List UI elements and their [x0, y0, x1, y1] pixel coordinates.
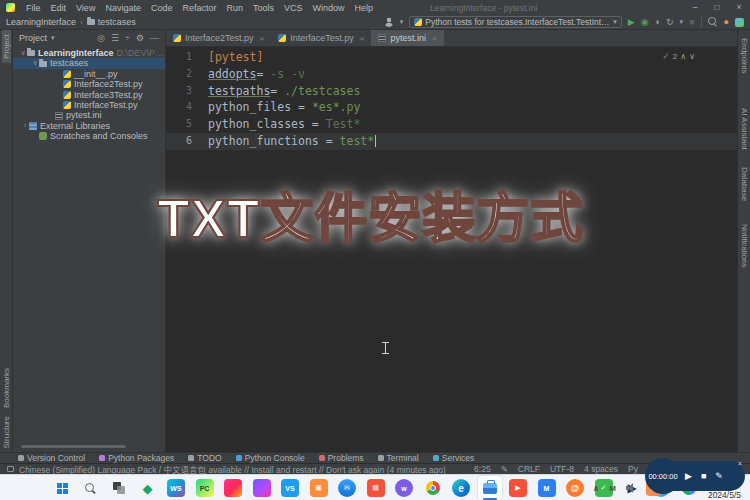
tree-item-interfacetest-py[interactable]: InterfaceTest.py	[13, 100, 165, 110]
task-view-icon[interactable]	[107, 476, 131, 500]
toolwindow-services[interactable]: Services	[433, 453, 475, 463]
jetbrains-red-icon[interactable]	[221, 476, 245, 500]
tree-item-interface3test-py[interactable]: Interface3Test.py	[13, 90, 165, 100]
toolwindow-python-packages[interactable]: Python Packages	[99, 453, 174, 463]
user-account-icon[interactable]	[384, 17, 394, 27]
chrome-icon[interactable]	[421, 476, 445, 500]
tool-stripe-notifications[interactable]: Notifications	[740, 220, 749, 272]
hide-panel-icon[interactable]: —	[150, 33, 159, 43]
locate-icon[interactable]: ◎	[97, 33, 105, 43]
tab-interfacetest-py[interactable]: InterfaceTest.py×	[271, 30, 371, 46]
toolwindow-version-control[interactable]: Version Control	[18, 453, 85, 463]
settings-gradient-icon[interactable]	[735, 18, 744, 27]
tool-stripe-ai-assistant[interactable]: AI Assistant	[740, 104, 749, 154]
run-configuration-select[interactable]: Python tests for testcases.InterfaceTest…	[409, 16, 622, 28]
interpreter[interactable]: Py	[628, 464, 638, 474]
tab-close-icon[interactable]: ×	[260, 34, 265, 43]
coverage-button[interactable]: ◗	[655, 16, 660, 28]
tab-close-icon[interactable]: ×	[432, 34, 437, 43]
file-encoding[interactable]: UTF-8	[550, 464, 574, 474]
search-icon[interactable]	[79, 476, 103, 500]
tree-item-testcases[interactable]: ∨testcases	[13, 58, 165, 68]
menu-item-view[interactable]: View	[71, 3, 100, 13]
inspection-widget[interactable]: ✓ 2 ∧ ∨	[662, 51, 695, 61]
app-orange-swirl-icon[interactable]: @	[563, 476, 587, 500]
breadcrumb-testcases[interactable]: testcases	[98, 17, 136, 27]
app-orange-window-icon[interactable]: ▣	[307, 476, 331, 500]
chevron-down-icon[interactable]: ∨	[689, 52, 695, 61]
breadcrumb-project[interactable]: LearningInterface	[6, 17, 76, 27]
menu-item-run[interactable]: Run	[221, 3, 248, 13]
toolwindow-todo[interactable]: TODO	[188, 453, 221, 463]
code-line-1[interactable]: 1[pytest]	[166, 49, 737, 66]
collapse-all-icon[interactable]: ☰	[111, 33, 119, 43]
screen-recorder-widget[interactable]: 00:00:00 ▶ ■ ✎ ×	[653, 461, 745, 491]
expand-icon[interactable]: ÷	[125, 33, 130, 43]
user-caret-icon[interactable]: ▾	[400, 18, 404, 26]
tab-interface2test-py[interactable]: Interface2Test.py×	[166, 30, 271, 46]
app-purple-circle-icon[interactable]: w	[392, 476, 416, 500]
run-button[interactable]: ▶	[628, 16, 635, 28]
profiler-caret-icon[interactable]: ▾	[680, 18, 684, 26]
menu-item-vcs[interactable]: VCS	[279, 3, 308, 13]
tree-chevron-icon[interactable]: ∨	[31, 58, 39, 68]
code-line-2[interactable]: 2addopts= -s -v	[166, 66, 737, 83]
code-line-6[interactable]: 6python_functions = test*	[166, 133, 737, 150]
gear-icon[interactable]: ⚙	[136, 33, 144, 43]
menu-item-edit[interactable]: Edit	[46, 3, 72, 13]
tool-stripe-project[interactable]: Project	[2, 30, 11, 63]
code-line-5[interactable]: 5python_classes = Test*	[166, 116, 737, 133]
menu-item-window[interactable]: Window	[308, 3, 350, 13]
tree-chevron-icon[interactable]: ∨	[19, 48, 27, 58]
jetbrains-purple-icon[interactable]	[250, 476, 274, 500]
pycharm-icon[interactable]: PC	[193, 476, 217, 500]
line-separator[interactable]: CRLF	[518, 464, 540, 474]
vscode-icon[interactable]: VS	[278, 476, 302, 500]
menu-item-file[interactable]: File	[21, 3, 46, 13]
debug-button[interactable]: ◉	[641, 16, 649, 28]
app-red-arrow-icon[interactable]: ▶	[506, 476, 530, 500]
recorder-close-icon[interactable]: ×	[738, 460, 742, 467]
app-active-briefcase-icon[interactable]	[478, 476, 502, 500]
tool-stripe-bookmarks[interactable]: Bookmarks	[2, 364, 11, 412]
tool-stripe-endpoints[interactable]: Endpoints	[740, 34, 749, 78]
menu-item-refactor[interactable]: Refactor	[177, 3, 221, 13]
readonly-toggle-icon[interactable]: ✎	[501, 464, 508, 474]
close-button-icon[interactable]: ×	[728, 0, 750, 15]
horizontal-scrollbar[interactable]	[21, 445, 126, 448]
search-everywhere-icon[interactable]	[708, 17, 718, 27]
cursor-position[interactable]: 6:25	[474, 464, 491, 474]
chevron-up-icon[interactable]: ∧	[680, 52, 686, 61]
notification-popup-icon[interactable]	[7, 466, 14, 472]
code-line-4[interactable]: 4python_files = *es*.py	[166, 99, 737, 116]
edge-icon[interactable]: e	[449, 476, 473, 500]
app-green-diamond-icon[interactable]: ◆	[136, 476, 160, 500]
profiler-button[interactable]: ↻	[666, 16, 674, 28]
tree-chevron-icon[interactable]: ›	[21, 121, 29, 131]
record-stop-button[interactable]: ■	[701, 471, 706, 481]
project-panel-title[interactable]: Project	[19, 33, 47, 43]
tab-close-icon[interactable]: ×	[360, 34, 365, 43]
toolwindow-problems[interactable]: Problems	[319, 453, 364, 463]
tray-expand-icon[interactable]: ∧	[593, 484, 600, 493]
app-blue-m-icon[interactable]: M	[535, 476, 559, 500]
menu-item-navigate[interactable]: Navigate	[100, 3, 146, 13]
app-red-mail-icon[interactable]: ▤	[364, 476, 388, 500]
tree-item-external-libraries[interactable]: ›External Libraries	[13, 121, 165, 131]
record-draw-button[interactable]: ✎	[715, 471, 723, 481]
webstorm-icon[interactable]: WS	[164, 476, 188, 500]
tree-item-learninginterface[interactable]: ∨LearningInterface D:\DEV\Project\python	[13, 48, 165, 58]
code-line-3[interactable]: 3testpaths= ./testcases	[166, 83, 737, 100]
taskbar-date[interactable]: 2024/5/5	[708, 490, 741, 500]
start-icon[interactable]	[50, 476, 74, 500]
tool-stripe-database[interactable]: Database	[740, 163, 749, 205]
toolwindow-terminal[interactable]: Terminal	[378, 453, 419, 463]
tray-volume-icon[interactable]	[626, 483, 636, 493]
tree-item-scratches-and-consoles[interactable]: Scratches and Consoles	[13, 131, 165, 141]
tab-pytest-ini[interactable]: pytest.ini×	[371, 30, 443, 46]
mail-icon[interactable]: ✉	[335, 476, 359, 500]
indent-style[interactable]: 4 spaces	[584, 464, 618, 474]
menu-item-code[interactable]: Code	[146, 3, 178, 13]
chevron-down-icon[interactable]: ▾	[51, 34, 55, 42]
tree-item--init-py[interactable]: __init__.py	[13, 69, 165, 79]
